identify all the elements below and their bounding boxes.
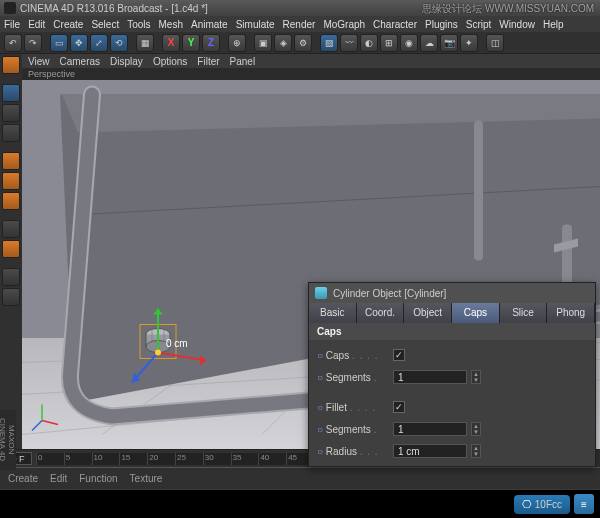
add-nurbs-button[interactable]: ◐: [360, 34, 378, 52]
add-deformer-button[interactable]: ◉: [400, 34, 418, 52]
points-mode-button[interactable]: [2, 152, 20, 170]
gizmo-readout: 0 cm: [166, 338, 188, 349]
snap-settings-button[interactable]: [2, 288, 20, 306]
add-light-button[interactable]: ✦: [460, 34, 478, 52]
attr-tab-caps[interactable]: Caps: [452, 303, 500, 323]
attribute-manager-panel[interactable]: Cylinder Object [Cylinder] Basic Coord. …: [308, 282, 596, 467]
scale-tool-button[interactable]: ⤢: [90, 34, 108, 52]
render-settings-button[interactable]: ⚙: [294, 34, 312, 52]
attr-tab-object[interactable]: Object: [404, 303, 452, 323]
segments2-field[interactable]: 1: [393, 422, 467, 436]
redo-button[interactable]: ↷: [24, 34, 42, 52]
vp-menu-cameras[interactable]: Cameras: [60, 56, 101, 67]
watermark-text: 思缘设计论坛 WWW.MISSYUAN.COM: [422, 2, 594, 16]
recent-tool-button[interactable]: ▦: [136, 34, 154, 52]
maxon-branding: MAXON CINEMA 4D: [0, 410, 16, 470]
main-menu-bar: File Edit Create Select Tools Mesh Anima…: [0, 16, 600, 32]
segments1-label: Segments: [326, 372, 371, 383]
timeline-tick: 0: [36, 453, 64, 465]
attr-row-fillet: ○ Fillet . . . . ✓: [317, 396, 587, 418]
vp-menu-display[interactable]: Display: [110, 56, 143, 67]
menu-plugins[interactable]: Plugins: [425, 19, 458, 30]
attr-tab-coord[interactable]: Coord.: [357, 303, 405, 323]
timeline-tick: 30: [203, 453, 231, 465]
radius-field[interactable]: 1 cm: [393, 444, 467, 458]
axis-mode-button[interactable]: [2, 124, 20, 142]
mat-tab-texture[interactable]: Texture: [130, 473, 163, 484]
menu-render[interactable]: Render: [283, 19, 316, 30]
attr-title-bar[interactable]: Cylinder Object [Cylinder]: [309, 283, 595, 303]
add-array-button[interactable]: ⊞: [380, 34, 398, 52]
menu-file[interactable]: File: [4, 19, 20, 30]
attr-tab-slice[interactable]: Slice: [500, 303, 548, 323]
object-mode-button[interactable]: [2, 104, 20, 122]
y-axis-toggle[interactable]: Y: [182, 34, 200, 52]
x-axis-toggle[interactable]: X: [162, 34, 180, 52]
material-manager-tabs: Create Edit Function Texture: [0, 467, 600, 489]
segments1-spinner[interactable]: ▲▼: [471, 370, 481, 384]
menu-character[interactable]: Character: [373, 19, 417, 30]
add-cube-button[interactable]: ▧: [320, 34, 338, 52]
undo-button[interactable]: ↶: [4, 34, 22, 52]
move-tool-button[interactable]: ✥: [70, 34, 88, 52]
workplane-button[interactable]: [2, 240, 20, 258]
menu-script[interactable]: Script: [466, 19, 492, 30]
attr-tab-basic[interactable]: Basic: [309, 303, 357, 323]
segments1-field[interactable]: 1: [393, 370, 467, 384]
add-mograph-button[interactable]: ◫: [486, 34, 504, 52]
footer-menu-icon[interactable]: ≡: [574, 494, 594, 514]
render-view-button[interactable]: ▣: [254, 34, 272, 52]
timeline-tick: 35: [231, 453, 259, 465]
window-title: CINEMA 4D R13.016 Broadcast - [1.c4d *]: [20, 3, 208, 14]
caps-checkbox[interactable]: ✓: [393, 349, 405, 361]
cylinder-icon: [315, 287, 327, 299]
render-pv-button[interactable]: ◈: [274, 34, 292, 52]
menu-mesh[interactable]: Mesh: [159, 19, 183, 30]
menu-simulate[interactable]: Simulate: [236, 19, 275, 30]
radius-spinner[interactable]: ▲▼: [471, 444, 481, 458]
add-spline-button[interactable]: 〰: [340, 34, 358, 52]
snap-button[interactable]: [2, 268, 20, 286]
viewport-label: Perspective: [22, 68, 600, 80]
segments2-label: Segments: [326, 424, 371, 435]
z-axis-toggle[interactable]: Z: [202, 34, 220, 52]
coord-system-button[interactable]: ⊕: [228, 34, 246, 52]
menu-window[interactable]: Window: [499, 19, 535, 30]
menu-edit[interactable]: Edit: [28, 19, 45, 30]
rotate-tool-button[interactable]: ⟲: [110, 34, 128, 52]
attr-object-title: Cylinder Object [Cylinder]: [333, 288, 446, 299]
timeline-tick: 25: [175, 453, 203, 465]
make-editable-button[interactable]: [2, 56, 20, 74]
mat-tab-function[interactable]: Function: [79, 473, 117, 484]
vp-menu-panel[interactable]: Panel: [230, 56, 256, 67]
vp-menu-filter[interactable]: Filter: [197, 56, 219, 67]
mode-toolbar: [0, 54, 22, 449]
menu-select[interactable]: Select: [91, 19, 119, 30]
polys-mode-button[interactable]: [2, 192, 20, 210]
menu-help[interactable]: Help: [543, 19, 564, 30]
mat-tab-edit[interactable]: Edit: [50, 473, 67, 484]
live-select-button[interactable]: ▭: [50, 34, 68, 52]
edges-mode-button[interactable]: [2, 172, 20, 190]
add-environment-button[interactable]: ☁: [420, 34, 438, 52]
timeline-tick: 20: [147, 453, 175, 465]
vp-menu-options[interactable]: Options: [153, 56, 187, 67]
add-camera-button[interactable]: 📷: [440, 34, 458, 52]
attr-section-header: Caps: [309, 323, 595, 340]
footer-brand[interactable]: ⎔ 10Fcc: [514, 495, 570, 514]
menu-mograph[interactable]: MoGraph: [323, 19, 365, 30]
viewport-menu: View Cameras Display Options Filter Pane…: [22, 54, 600, 68]
menu-create[interactable]: Create: [53, 19, 83, 30]
svg-rect-9: [474, 121, 483, 261]
attr-tab-phong[interactable]: Phong: [547, 303, 595, 323]
segments2-spinner[interactable]: ▲▼: [471, 422, 481, 436]
texture-mode-button[interactable]: [2, 220, 20, 238]
menu-animate[interactable]: Animate: [191, 19, 228, 30]
mat-tab-create[interactable]: Create: [8, 473, 38, 484]
app-logo-icon: [4, 2, 16, 14]
vp-menu-view[interactable]: View: [28, 56, 50, 67]
caps-label: Caps: [326, 350, 349, 361]
menu-tools[interactable]: Tools: [127, 19, 150, 30]
fillet-checkbox[interactable]: ✓: [393, 401, 405, 413]
model-mode-button[interactable]: [2, 84, 20, 102]
